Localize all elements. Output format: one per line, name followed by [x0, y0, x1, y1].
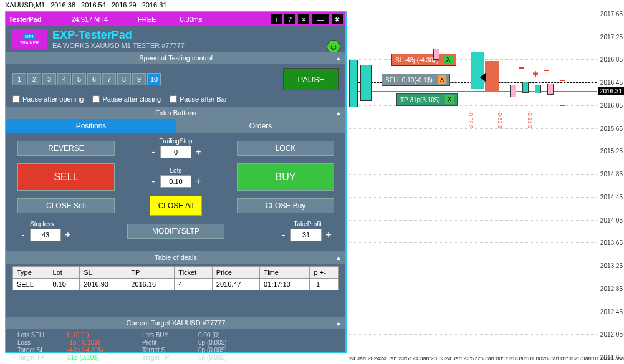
testerpad-panel: TesterPad 24.917 MT4 FREE 0.00ms i ? ✕ —… [5, 11, 347, 353]
reverse-button[interactable]: REVERSE [17, 141, 115, 156]
app-header: MT4 TRAINER EXP-TesterPad EA WORKS XAUUS… [6, 26, 345, 52]
increment-button[interactable]: + [193, 146, 204, 158]
buy-button[interactable]: BUY [237, 163, 334, 191]
extra-buttons-header[interactable]: Extra Buttons▲ [6, 107, 345, 119]
price-chart[interactable]: 2017.652017.252016.852016.452016.052015.… [349, 11, 624, 364]
speed-button-4[interactable]: 4 [57, 73, 71, 85]
lock-button[interactable]: LOCK [237, 141, 334, 156]
help-icon[interactable]: ? [284, 14, 295, 24]
pause-after-bar-checkbox[interactable]: Pause after Bar [170, 95, 227, 103]
lots-input[interactable] [160, 175, 191, 188]
close-buy-button[interactable]: CLOSE Buy [237, 198, 334, 213]
y-axis: 2017.652017.252016.852016.452016.052015.… [597, 11, 624, 355]
app-subtitle: EA WORKS XAUUSD M1 TESTER #77777 [52, 42, 185, 49]
increment-button[interactable]: + [323, 229, 334, 241]
speed-button-7[interactable]: 7 [102, 73, 116, 85]
table-row[interactable]: SELL0.102016.902016.1642016.4701:17:10-1 [13, 279, 339, 290]
speed-button-1[interactable]: 1 [12, 73, 26, 85]
collapse-icon[interactable]: ▲ [335, 110, 342, 117]
table-header: TP [127, 267, 175, 279]
table-header: SL [80, 267, 127, 279]
table-header: Price [212, 267, 259, 279]
speed-button-5[interactable]: 5 [72, 73, 86, 85]
speed-button-8[interactable]: 8 [117, 73, 131, 85]
target-header[interactable]: Current Target XAUUSD #77777▲ [6, 317, 345, 329]
stoploss-input[interactable] [30, 229, 61, 241]
info-icon[interactable]: i [271, 14, 282, 24]
candle [433, 49, 439, 60]
close-icon[interactable]: ✖ [332, 14, 343, 24]
takeprofit-stepper[interactable]: - + [237, 229, 334, 241]
close-tp-icon[interactable]: X [445, 95, 454, 104]
close-sl-icon[interactable]: X [444, 55, 453, 64]
speed-button-6[interactable]: 6 [87, 73, 101, 85]
price-line [349, 91, 597, 92]
speed-button-10[interactable]: 10 [147, 73, 161, 85]
pause-after-opening-checkbox[interactable]: Pause after opening [12, 95, 84, 103]
tab-positions[interactable]: Positions [6, 119, 176, 133]
loss-annotation: -0.52 $ [468, 111, 474, 128]
table-header: p +- [310, 267, 339, 279]
deals-table: TypeLotSLTPTicketPriceTimep +-SELL0.1020… [12, 266, 339, 290]
loss-annotation: -2.11 $ [527, 111, 533, 128]
decrement-button[interactable]: - [148, 175, 159, 188]
minimize-icon[interactable]: — [312, 14, 329, 24]
settings-icon[interactable]: ✕ [298, 14, 309, 24]
close-sell-button[interactable]: CLOSE Sell [17, 198, 115, 213]
tab-orders[interactable]: Orders [176, 119, 345, 133]
logo: MT4 TRAINER [11, 29, 47, 49]
table-header: Ticket [175, 267, 212, 279]
arrow-marker [485, 61, 499, 92]
x-axis: 24 Jan 202424 Jan 23:5124 Jan 23:5324 Ja… [349, 355, 624, 364]
current-price-badge: 2016.31 [598, 87, 624, 95]
candle [471, 52, 484, 89]
tp-line [349, 100, 597, 100]
tp-label[interactable]: TP 31p(3.10$)X [396, 93, 458, 106]
app-title: EXP-TesterPad [52, 29, 185, 42]
takeprofit-input[interactable] [290, 229, 322, 241]
candle [535, 85, 541, 93]
candle [510, 85, 516, 97]
speed-button-2[interactable]: 2 [27, 73, 41, 85]
collapse-icon[interactable]: ▲ [335, 320, 342, 327]
candle [522, 82, 529, 93]
candle [349, 60, 358, 107]
table-header: Time [259, 267, 310, 279]
decrement-button[interactable]: - [148, 146, 159, 158]
candle [547, 84, 554, 95]
increment-button[interactable]: + [193, 175, 204, 188]
decrement-button[interactable]: - [17, 229, 29, 241]
speed-section-header[interactable]: Speed of Testing control▲ [6, 52, 345, 64]
target-summary: Lots SELL0.10 (1)Lots BUY0.00 (0)Loss-1p… [6, 329, 345, 363]
trailing-stop-stepper[interactable]: - + [127, 146, 224, 158]
symbol-info: XAUUSD,M1 2016.38 2016.54 2016.29 2016.3… [5, 1, 171, 9]
sell-label[interactable]: SELL 0.10(-0.1$)X [382, 74, 450, 86]
star-icon: ✱ [532, 70, 539, 79]
sl-label[interactable]: SL -43p(-4.30$)X [391, 54, 456, 66]
stoploss-stepper[interactable]: - + [17, 229, 115, 241]
deals-table-header[interactable]: Table of deals▲ [6, 251, 345, 264]
sell-button[interactable]: SELL [17, 163, 115, 191]
pause-button[interactable]: PAUSE [283, 68, 339, 90]
close-all-button[interactable]: CLOSE All [150, 196, 202, 216]
table-header: Type [13, 267, 49, 279]
decrement-button[interactable]: - [278, 229, 289, 241]
close-sell-icon[interactable]: X [438, 75, 447, 84]
collapse-icon[interactable]: ▲ [335, 55, 342, 62]
trailing-input[interactable] [160, 146, 191, 158]
modify-sltp-button[interactable]: MODIFYSLTP [127, 224, 224, 239]
speed-button-3[interactable]: 3 [42, 73, 56, 85]
increment-button[interactable]: + [62, 229, 74, 241]
lots-stepper[interactable]: - + [127, 175, 224, 188]
titlebar: TesterPad 24.917 MT4 FREE 0.00ms i ? ✕ —… [6, 12, 345, 26]
pause-after-closing-checkbox[interactable]: Pause after closing [92, 95, 161, 103]
table-header: Lot [49, 267, 80, 279]
candle [360, 65, 372, 101]
loss-annotation: -0.52 $ [497, 111, 503, 128]
speed-button-9[interactable]: 9 [132, 73, 146, 85]
collapse-icon[interactable]: ▲ [335, 254, 342, 261]
